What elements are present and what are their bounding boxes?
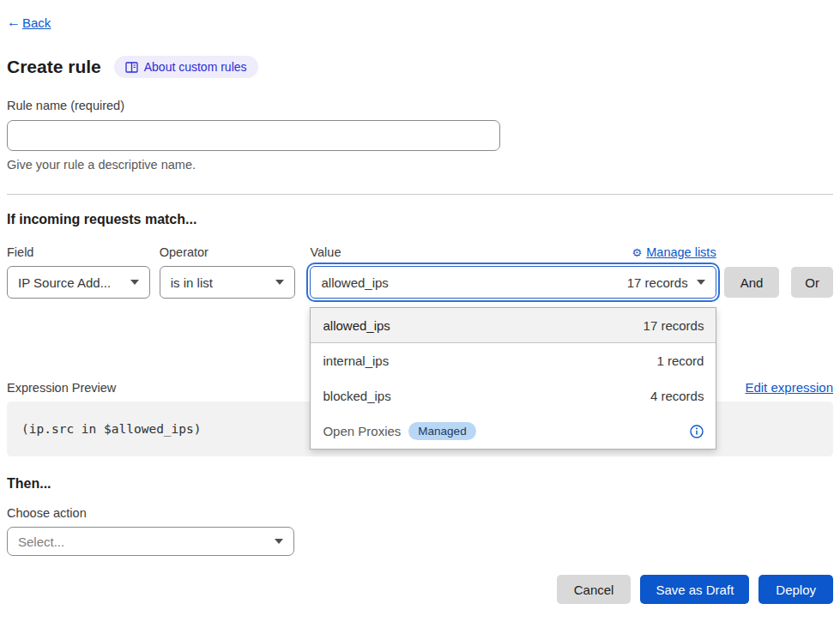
gear-icon: ⚙ xyxy=(632,246,643,259)
managed-badge: Managed xyxy=(408,422,475,440)
lists-dropdown-menu: allowed_ips 17 records internal_ips 1 re… xyxy=(310,307,716,450)
match-heading: If incoming requests match... xyxy=(7,212,833,227)
title-row: Create rule About custom rules xyxy=(7,56,833,78)
manage-lists-label: Manage lists xyxy=(646,245,716,259)
chevron-down-icon xyxy=(275,539,283,544)
footer-actions: Cancel Save as Draft Deploy xyxy=(7,575,833,604)
list-record-count: 17 records xyxy=(644,318,704,333)
chevron-down-icon xyxy=(697,280,705,285)
value-select-value: allowed_ips xyxy=(321,275,388,290)
field-label: Field xyxy=(7,245,150,259)
value-label: Value xyxy=(310,245,341,259)
list-name: allowed_ips xyxy=(323,318,390,333)
dropdown-item-allowed-ips[interactable]: allowed_ips 17 records xyxy=(311,308,716,343)
condition-row: Field IP Source Add... Operator is in li… xyxy=(7,245,833,299)
list-record-count: 1 record xyxy=(656,353,704,368)
page-title: Create rule xyxy=(7,57,101,77)
operator-label: Operator xyxy=(160,245,296,259)
field-select[interactable]: IP Source Add... xyxy=(7,266,150,299)
rule-name-input[interactable] xyxy=(7,120,500,151)
value-select[interactable]: allowed_ips 17 records xyxy=(310,266,716,299)
section-divider xyxy=(7,194,833,195)
chevron-down-icon xyxy=(275,280,284,285)
dropdown-item-open-proxies[interactable]: Open Proxies Managed xyxy=(311,414,716,449)
list-record-count: 4 records xyxy=(650,389,704,403)
about-custom-rules-link[interactable]: About custom rules xyxy=(114,56,258,78)
dropdown-item-internal-ips[interactable]: internal_ips 1 record xyxy=(311,343,716,378)
dropdown-item-blocked-ips[interactable]: blocked_ips 4 records xyxy=(311,378,716,414)
deploy-button[interactable]: Deploy xyxy=(758,575,833,604)
expression-preview-label: Expression Preview xyxy=(7,381,116,395)
then-heading: Then... xyxy=(7,476,833,492)
rule-name-helper: Give your rule a descriptive name. xyxy=(7,158,833,172)
expression-code: (ip.src in $allowed_ips) xyxy=(21,422,202,436)
value-select-count: 17 records xyxy=(627,275,688,290)
back-row: ←Back xyxy=(7,0,833,30)
field-select-value: IP Source Add... xyxy=(18,275,111,290)
rule-name-label: Rule name (required) xyxy=(7,99,833,112)
choose-action-label: Choose action xyxy=(7,506,833,520)
list-name: Open Proxies xyxy=(323,424,401,438)
manage-lists-link[interactable]: ⚙Manage lists xyxy=(632,245,716,259)
edit-expression-link[interactable]: Edit expression xyxy=(745,380,833,395)
list-name: internal_ips xyxy=(323,353,389,368)
value-column: Value ⚙Manage lists allowed_ips 17 recor… xyxy=(310,245,716,299)
back-link-label: Back xyxy=(22,15,51,30)
field-column: Field IP Source Add... xyxy=(7,245,150,299)
back-arrow-icon: ← xyxy=(7,15,21,30)
info-icon[interactable] xyxy=(690,425,704,438)
chevron-down-icon xyxy=(130,280,139,285)
back-link[interactable]: ←Back xyxy=(7,15,51,30)
action-select-placeholder: Select... xyxy=(18,534,64,549)
save-as-draft-button[interactable]: Save as Draft xyxy=(640,575,749,604)
operator-select[interactable]: is in list xyxy=(160,266,296,299)
and-button[interactable]: And xyxy=(724,267,780,298)
book-icon xyxy=(125,62,138,73)
operator-select-value: is in list xyxy=(171,275,213,290)
cancel-button[interactable]: Cancel xyxy=(557,575,632,604)
about-custom-rules-label: About custom rules xyxy=(144,60,247,74)
action-select[interactable]: Select... xyxy=(7,527,294,556)
create-rule-page: ←Back Create rule About custom rules Rul… xyxy=(0,0,840,604)
list-name: blocked_ips xyxy=(323,389,390,403)
operator-column: Operator is in list xyxy=(160,245,296,299)
or-button[interactable]: Or xyxy=(791,267,833,298)
value-label-row: Value ⚙Manage lists xyxy=(310,245,716,259)
